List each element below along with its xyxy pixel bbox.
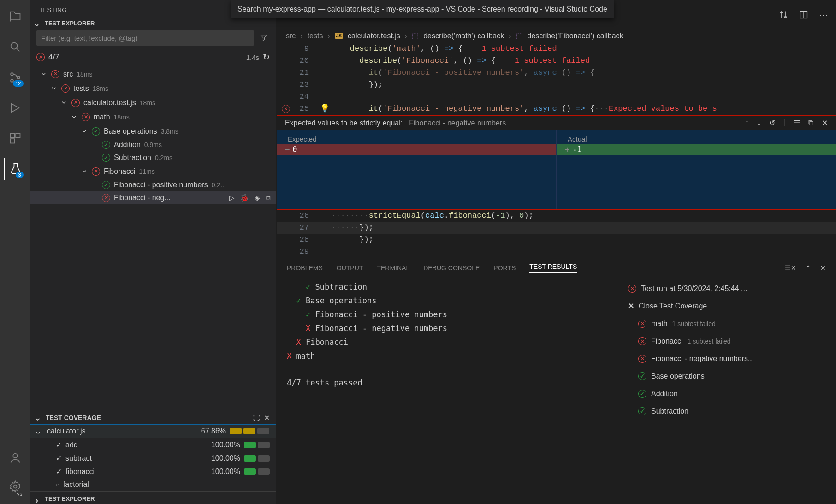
fail-icon [51, 70, 59, 78]
run-cov-icon[interactable]: ◈ [255, 194, 260, 202]
next-icon[interactable]: ↓ [757, 119, 761, 127]
coverage-fn-row[interactable]: ○factorial [30, 478, 276, 491]
test-tree-row[interactable]: Base operations3.8ms [30, 124, 276, 138]
result-tree-row[interactable]: Test run at 5/30/2024, 2:45:44 ... [623, 280, 828, 297]
code-editor[interactable]: 26········strictEqual(calc.fibonacci(-1)… [277, 210, 836, 258]
test-tree-row[interactable]: Fibonacci - positive numbers0.2... [30, 178, 276, 191]
fail-icon [71, 99, 80, 107]
result-tree-row[interactable]: Subtraction [623, 403, 828, 420]
expected-value: −0 [277, 144, 556, 155]
result-tree-row[interactable]: ✕Close Test Coverage [623, 297, 828, 315]
summary-count: 4/7 [48, 53, 59, 62]
more-icon[interactable]: ⋯ [819, 10, 828, 21]
copy-icon[interactable]: ⧉ [808, 119, 813, 127]
result-tree-row[interactable]: Addition [623, 385, 828, 403]
history-icon[interactable]: ↺ [769, 119, 775, 127]
explorer-icon[interactable] [4, 6, 26, 28]
testing-icon[interactable]: 3 [4, 158, 26, 180]
fail-icon [638, 355, 646, 363]
coverage-header[interactable]: TEST COVERAGE ⛶ ✕ [30, 411, 276, 424]
source-control-icon[interactable]: 12 [4, 66, 26, 89]
result-line: X Fibonacci [287, 335, 605, 349]
lightbulb-icon[interactable]: 💡 [318, 103, 331, 115]
account-icon[interactable] [4, 447, 26, 469]
symbol-icon: ⬚ [516, 31, 523, 40]
line-number: 20 [295, 55, 318, 67]
extensions-icon[interactable] [4, 127, 26, 149]
test-tree-row[interactable]: math18ms [30, 110, 276, 124]
split-editor-icon[interactable] [799, 10, 808, 21]
test-tree-row[interactable]: Addition0.9ms [30, 138, 276, 151]
result-tree-row[interactable]: Fibonacci1 subtest failed [623, 332, 828, 350]
duration: 18ms [140, 99, 155, 107]
pass-icon [638, 372, 646, 380]
coverage-map-icon[interactable]: ⛶ [253, 414, 260, 421]
test-tree-row[interactable]: src18ms [30, 67, 276, 81]
refresh-icon[interactable]: ↻ [263, 52, 270, 62]
twist-icon[interactable] [60, 98, 68, 107]
panel-tab-test-results[interactable]: TEST RESULTS [529, 263, 577, 273]
twist-icon[interactable] [71, 112, 78, 122]
settings-icon[interactable]: VS [4, 475, 26, 498]
result-tree-row[interactable]: Base operations [623, 368, 828, 385]
test-tree-row[interactable]: Fibonacci - neg...▷🐞◈⧉ [30, 191, 276, 204]
code-editor[interactable]: 9 describe('math', () => { 1 subtest fai… [277, 43, 836, 115]
test-tree-row[interactable]: Fibonacci11ms [30, 164, 276, 178]
filter-icon[interactable] [258, 31, 270, 45]
test-label: Fibonacci [104, 167, 135, 176]
close-diff-icon[interactable]: ✕ [822, 119, 828, 127]
svg-point-8 [13, 485, 17, 488]
clear-icon[interactable]: ☰✕ [785, 264, 796, 272]
result-tree-row[interactable]: Fibonacci - negative numbers... [623, 350, 828, 368]
result-line: ✓ Fibonacci - positive numbers [287, 308, 605, 321]
result-tree-row[interactable]: math1 subtest failed [623, 315, 828, 332]
test-label: Addition [114, 141, 141, 149]
js-file-icon: JS [335, 33, 343, 39]
summary-time: 1.4s [246, 53, 259, 61]
line-number: 28 [295, 234, 318, 246]
close-panel-icon[interactable]: ✕ [820, 264, 826, 272]
coverage-fn-row[interactable]: ✓fibonacci100.00% [30, 465, 276, 478]
coverage-fn-row[interactable]: ✓subtract100.00% [30, 451, 276, 465]
test-label: tests [73, 84, 89, 93]
coverage-close-icon[interactable]: ✕ [264, 414, 270, 421]
test-tree-row[interactable]: tests18ms [30, 81, 276, 95]
panel-tab-problems[interactable]: PROBLEMS [287, 264, 323, 272]
run-debug-icon[interactable] [4, 97, 26, 119]
test-results-output[interactable]: ✓ Subtraction ✓ Base operations ✓ Fibona… [277, 277, 615, 423]
test-label: Base operations [104, 127, 157, 136]
coverage-file-row[interactable]: calculator.js67.86% [30, 424, 276, 438]
twist-icon[interactable] [81, 166, 88, 176]
compare-changes-icon[interactable] [779, 10, 788, 21]
duration: 11ms [139, 168, 154, 175]
twist-icon[interactable] [40, 69, 47, 79]
search-icon[interactable] [4, 36, 26, 58]
twist-icon[interactable] [81, 126, 88, 136]
debug-icon[interactable]: 🐞 [240, 194, 249, 202]
panel-tab-terminal[interactable]: TERMINAL [377, 264, 409, 272]
panel-tab-debug-console[interactable]: DEBUG CONSOLE [423, 264, 480, 272]
test-tree-row[interactable]: calculator.test.js18ms [30, 95, 276, 110]
panel-tab-output[interactable]: OUTPUT [337, 264, 363, 272]
pass-icon [102, 141, 110, 149]
fail-icon [638, 320, 646, 328]
coverage-fn-row[interactable]: ✓add100.00% [30, 438, 276, 451]
goto-icon[interactable]: ⧉ [266, 194, 271, 202]
panel-tab-ports[interactable]: PORTS [493, 264, 516, 272]
prev-icon[interactable]: ↑ [745, 119, 749, 127]
test-explorer-header[interactable]: TEST EXPLORER [30, 18, 276, 29]
error-gutter-icon[interactable] [282, 105, 290, 113]
breadcrumb[interactable]: src› tests› JS calculator.test.js› ⬚desc… [277, 28, 836, 43]
line-number: 25 [295, 103, 318, 115]
line-number: 26 [295, 210, 318, 222]
collapse-icon[interactable]: ⌃ [806, 264, 811, 272]
test-explorer-bottom[interactable]: TEST EXPLORER [30, 491, 276, 504]
test-label: Subtraction [114, 154, 151, 162]
run-icon[interactable]: ▷ [229, 194, 235, 202]
filter-input[interactable] [36, 30, 254, 46]
list-icon[interactable]: ☰ [794, 119, 800, 127]
test-tree-row[interactable]: Subtraction0.2ms [30, 151, 276, 164]
close-icon: ✕ [628, 299, 634, 313]
test-results-tree[interactable]: Test run at 5/30/2024, 2:45:44 ...✕Close… [615, 277, 836, 423]
twist-icon[interactable] [50, 83, 58, 93]
